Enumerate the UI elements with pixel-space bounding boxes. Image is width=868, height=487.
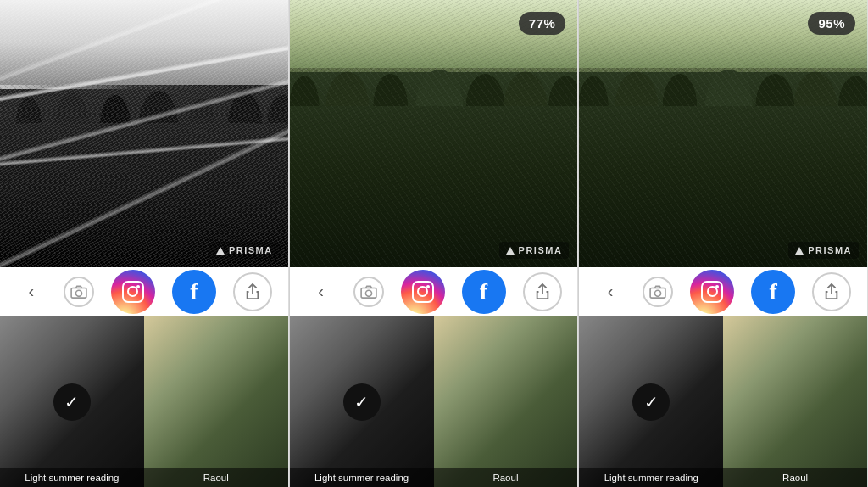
facebook-icon-1: f <box>190 278 198 305</box>
instagram-button-3[interactable] <box>690 270 734 314</box>
facebook-button-1[interactable]: f <box>172 270 216 314</box>
filter-strip-1: ✓ Light summer reading Raoul <box>0 316 288 487</box>
prisma-triangle-3 <box>795 247 804 255</box>
camera-icon-3 <box>649 285 666 299</box>
share-button-3[interactable] <box>812 272 851 311</box>
filter-item-raoul-2[interactable]: Raoul <box>434 316 578 487</box>
filter-bg-colorful-2 <box>434 316 578 487</box>
share-button-1[interactable] <box>233 272 272 311</box>
filter-strip-2: ✓ Light summer reading Raoul <box>290 316 578 487</box>
share-button-2[interactable] <box>523 272 562 311</box>
back-button-3[interactable]: ‹ <box>595 277 626 307</box>
check-overlay-1: ✓ <box>0 316 144 487</box>
prisma-label-3: PRISMA <box>808 245 852 255</box>
sketch-strokes-1 <box>0 0 288 267</box>
instagram-button-1[interactable] <box>111 270 155 314</box>
back-icon-2: ‹ <box>318 282 324 301</box>
filter-item-light-summer-1[interactable]: ✓ Light summer reading <box>0 316 144 487</box>
instagram-button-2[interactable] <box>401 270 445 314</box>
back-icon-1: ‹ <box>28 282 34 301</box>
facebook-icon-2: f <box>480 278 487 305</box>
phone-panel-1: PRISMA ‹ f <box>0 0 289 487</box>
main-image-3: 95% PRISMA <box>579 0 867 267</box>
facebook-button-2[interactable]: f <box>462 270 506 314</box>
instagram-icon-2 <box>412 281 434 303</box>
filter-label-raoul-3: Raoul <box>723 468 867 487</box>
facebook-button-3[interactable]: f <box>751 270 795 314</box>
camera-button-1[interactable] <box>64 277 94 307</box>
sketch-overlay-2 <box>290 0 578 267</box>
camera-icon-2 <box>360 285 377 299</box>
filter-label-light-summer-3: Light summer reading <box>579 468 723 487</box>
filter-label-raoul-2: Raoul <box>434 468 578 487</box>
filter-label-raoul-1: Raoul <box>144 468 288 487</box>
filter-bg-colorful-1 <box>144 316 288 487</box>
phone-panel-2: 77% PRISMA ‹ f <box>290 0 579 487</box>
percent-badge-2: 77% <box>519 12 566 35</box>
prisma-triangle-1 <box>216 247 225 255</box>
check-overlay-3: ✓ <box>579 316 723 487</box>
instagram-icon-1 <box>122 281 144 303</box>
percent-badge-3: 95% <box>808 12 855 35</box>
check-circle-1: ✓ <box>53 383 91 421</box>
sketch-overlay-3 <box>579 0 867 267</box>
back-button-1[interactable]: ‹ <box>16 277 47 307</box>
share-icon-2 <box>535 283 550 300</box>
main-image-2: 77% PRISMA <box>290 0 578 267</box>
action-bar-1: ‹ f <box>0 267 288 316</box>
camera-button-2[interactable] <box>353 277 384 307</box>
prisma-badge-3: PRISMA <box>788 242 859 259</box>
svg-point-1 <box>75 290 81 296</box>
filter-bg-colorful-3 <box>723 316 867 487</box>
prisma-label-2: PRISMA <box>519 245 563 255</box>
camera-button-3[interactable] <box>643 277 673 307</box>
filter-label-light-summer-1: Light summer reading <box>0 468 144 487</box>
filter-label-light-summer-2: Light summer reading <box>290 468 434 487</box>
action-bar-3: ‹ f <box>579 267 867 316</box>
share-icon-1 <box>245 283 260 300</box>
filter-strip-3: ✓ Light summer reading Raoul <box>579 316 867 487</box>
share-icon-3 <box>824 283 839 300</box>
trees-2 <box>290 72 578 267</box>
svg-point-5 <box>655 290 661 296</box>
instagram-icon-3 <box>701 281 723 303</box>
check-circle-3: ✓ <box>632 383 670 421</box>
prisma-badge-2: PRISMA <box>499 242 570 259</box>
camera-icon-1 <box>70 285 87 299</box>
action-bar-2: ‹ f <box>290 267 578 316</box>
trees-3 <box>579 72 867 267</box>
prisma-badge-1: PRISMA <box>209 242 280 259</box>
facebook-icon-3: f <box>770 278 777 305</box>
prisma-label-1: PRISMA <box>229 245 273 255</box>
check-circle-2: ✓ <box>343 383 381 421</box>
main-image-1: PRISMA <box>0 0 288 267</box>
prisma-triangle-2 <box>506 247 515 255</box>
phone-panel-3: 95% PRISMA ‹ f <box>579 0 868 487</box>
filter-item-raoul-1[interactable]: Raoul <box>144 316 288 487</box>
back-button-2[interactable]: ‹ <box>306 277 337 307</box>
filter-item-light-summer-3[interactable]: ✓ Light summer reading <box>579 316 723 487</box>
filter-item-light-summer-2[interactable]: ✓ Light summer reading <box>290 316 434 487</box>
back-icon-3: ‹ <box>608 282 614 301</box>
check-overlay-2: ✓ <box>290 316 434 487</box>
svg-point-3 <box>365 290 371 296</box>
filter-item-raoul-3[interactable]: Raoul <box>723 316 867 487</box>
